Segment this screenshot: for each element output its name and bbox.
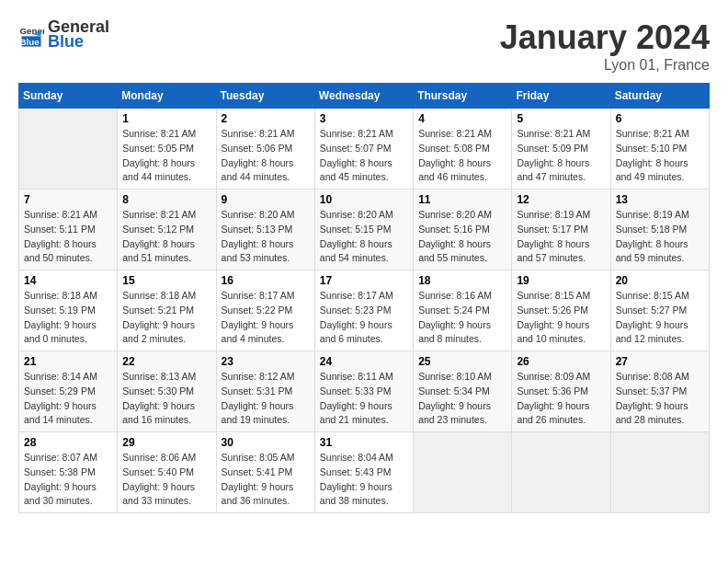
day-info: Sunrise: 8:13 AMSunset: 5:30 PMDaylight:… (122, 370, 210, 428)
day-number: 2 (222, 112, 310, 125)
logo: General Blue General Blue (18, 18, 109, 52)
day-info: Sunrise: 8:04 AMSunset: 5:43 PMDaylight:… (320, 451, 408, 509)
calendar-cell: 16Sunrise: 8:17 AMSunset: 5:22 PMDayligh… (216, 270, 314, 351)
day-number: 17 (320, 274, 408, 287)
calendar-cell: 28Sunrise: 8:07 AMSunset: 5:38 PMDayligh… (19, 432, 118, 513)
day-number: 31 (320, 436, 408, 449)
calendar-table: Sunday Monday Tuesday Wednesday Thursday… (18, 83, 710, 513)
col-tuesday: Tuesday (216, 84, 314, 109)
calendar-cell: 25Sunrise: 8:10 AMSunset: 5:34 PMDayligh… (414, 351, 512, 432)
day-info: Sunrise: 8:17 AMSunset: 5:23 PMDaylight:… (320, 289, 408, 347)
calendar-cell: 1Sunrise: 8:21 AMSunset: 5:05 PMDaylight… (118, 109, 216, 190)
logo-blue-text: Blue (48, 33, 109, 52)
day-info: Sunrise: 8:07 AMSunset: 5:38 PMDaylight:… (24, 451, 112, 509)
day-info: Sunrise: 8:21 AMSunset: 5:09 PMDaylight:… (517, 127, 605, 185)
day-number: 18 (418, 274, 506, 287)
day-number: 30 (222, 436, 310, 449)
day-number: 15 (122, 274, 210, 287)
day-number: 22 (122, 355, 210, 368)
day-number: 26 (517, 355, 605, 368)
day-info: Sunrise: 8:18 AMSunset: 5:19 PMDaylight:… (24, 289, 112, 347)
header-row: Sunday Monday Tuesday Wednesday Thursday… (19, 84, 710, 109)
day-number: 12 (517, 193, 605, 206)
day-info: Sunrise: 8:19 AMSunset: 5:18 PMDaylight:… (616, 208, 704, 266)
day-number: 9 (222, 193, 310, 206)
day-number: 20 (616, 274, 704, 287)
calendar-cell: 24Sunrise: 8:11 AMSunset: 5:33 PMDayligh… (314, 351, 413, 432)
day-info: Sunrise: 8:21 AMSunset: 5:10 PMDaylight:… (616, 127, 704, 185)
day-number: 19 (517, 274, 605, 287)
calendar-cell: 23Sunrise: 8:12 AMSunset: 5:31 PMDayligh… (216, 351, 314, 432)
day-info: Sunrise: 8:16 AMSunset: 5:24 PMDaylight:… (418, 289, 506, 347)
calendar-cell: 3Sunrise: 8:21 AMSunset: 5:07 PMDaylight… (314, 109, 413, 190)
day-info: Sunrise: 8:15 AMSunset: 5:26 PMDaylight:… (517, 289, 605, 347)
day-number: 3 (320, 112, 408, 125)
calendar-body: 1Sunrise: 8:21 AMSunset: 5:05 PMDaylight… (19, 109, 710, 513)
calendar-cell: 9Sunrise: 8:20 AMSunset: 5:13 PMDaylight… (216, 190, 314, 270)
calendar-cell: 19Sunrise: 8:15 AMSunset: 5:26 PMDayligh… (512, 270, 610, 351)
calendar-header: Sunday Monday Tuesday Wednesday Thursday… (19, 84, 710, 109)
day-number: 7 (24, 193, 112, 206)
calendar-cell: 27Sunrise: 8:08 AMSunset: 5:37 PMDayligh… (610, 351, 709, 432)
day-info: Sunrise: 8:15 AMSunset: 5:27 PMDaylight:… (616, 289, 704, 347)
calendar-cell (512, 432, 610, 513)
calendar-cell: 26Sunrise: 8:09 AMSunset: 5:36 PMDayligh… (512, 351, 610, 432)
day-info: Sunrise: 8:21 AMSunset: 5:07 PMDaylight:… (320, 127, 408, 185)
calendar-cell (610, 432, 709, 513)
calendar-week-5: 28Sunrise: 8:07 AMSunset: 5:38 PMDayligh… (19, 432, 710, 513)
day-number: 11 (418, 193, 506, 206)
calendar-cell (414, 432, 512, 513)
col-friday: Friday (512, 84, 610, 109)
day-info: Sunrise: 8:21 AMSunset: 5:05 PMDaylight:… (122, 127, 210, 185)
day-info: Sunrise: 8:19 AMSunset: 5:17 PMDaylight:… (517, 208, 605, 266)
day-info: Sunrise: 8:21 AMSunset: 5:06 PMDaylight:… (222, 127, 310, 185)
day-info: Sunrise: 8:14 AMSunset: 5:29 PMDaylight:… (24, 370, 112, 428)
col-saturday: Saturday (610, 84, 709, 109)
svg-text:Blue: Blue (19, 37, 40, 47)
page-header: General Blue General Blue January 2024 L… (18, 18, 710, 74)
calendar-week-4: 21Sunrise: 8:14 AMSunset: 5:29 PMDayligh… (19, 351, 710, 432)
day-info: Sunrise: 8:11 AMSunset: 5:33 PMDaylight:… (320, 370, 408, 428)
day-number: 27 (616, 355, 704, 368)
day-number: 24 (320, 355, 408, 368)
calendar-cell: 18Sunrise: 8:16 AMSunset: 5:24 PMDayligh… (414, 270, 512, 351)
calendar-cell: 10Sunrise: 8:20 AMSunset: 5:15 PMDayligh… (314, 190, 413, 270)
day-number: 13 (616, 193, 704, 206)
calendar-cell: 12Sunrise: 8:19 AMSunset: 5:17 PMDayligh… (512, 190, 610, 270)
calendar-week-2: 7Sunrise: 8:21 AMSunset: 5:11 PMDaylight… (19, 190, 710, 270)
calendar-cell: 4Sunrise: 8:21 AMSunset: 5:08 PMDaylight… (414, 109, 512, 190)
day-info: Sunrise: 8:10 AMSunset: 5:34 PMDaylight:… (418, 370, 506, 428)
calendar-cell: 14Sunrise: 8:18 AMSunset: 5:19 PMDayligh… (19, 270, 118, 351)
calendar-cell: 15Sunrise: 8:18 AMSunset: 5:21 PMDayligh… (118, 270, 216, 351)
calendar-week-1: 1Sunrise: 8:21 AMSunset: 5:05 PMDaylight… (19, 109, 710, 190)
col-sunday: Sunday (19, 84, 118, 109)
calendar-week-3: 14Sunrise: 8:18 AMSunset: 5:19 PMDayligh… (19, 270, 710, 351)
day-number: 25 (418, 355, 506, 368)
calendar-cell: 5Sunrise: 8:21 AMSunset: 5:09 PMDaylight… (512, 109, 610, 190)
col-wednesday: Wednesday (314, 84, 413, 109)
calendar-cell: 31Sunrise: 8:04 AMSunset: 5:43 PMDayligh… (314, 432, 413, 513)
calendar-cell: 21Sunrise: 8:14 AMSunset: 5:29 PMDayligh… (19, 351, 118, 432)
day-number: 10 (320, 193, 408, 206)
day-number: 5 (517, 112, 605, 125)
title-block: January 2024 Lyon 01, France (500, 18, 710, 74)
day-number: 14 (24, 274, 112, 287)
day-number: 6 (616, 112, 704, 125)
calendar-cell: 17Sunrise: 8:17 AMSunset: 5:23 PMDayligh… (314, 270, 413, 351)
day-number: 8 (122, 193, 210, 206)
calendar-cell: 20Sunrise: 8:15 AMSunset: 5:27 PMDayligh… (610, 270, 709, 351)
location-subtitle: Lyon 01, France (500, 57, 710, 74)
day-info: Sunrise: 8:20 AMSunset: 5:13 PMDaylight:… (222, 208, 310, 266)
day-info: Sunrise: 8:20 AMSunset: 5:16 PMDaylight:… (418, 208, 506, 266)
day-number: 28 (24, 436, 112, 449)
day-number: 1 (122, 112, 210, 125)
day-info: Sunrise: 8:21 AMSunset: 5:12 PMDaylight:… (122, 208, 210, 266)
day-number: 21 (24, 355, 112, 368)
calendar-cell: 7Sunrise: 8:21 AMSunset: 5:11 PMDaylight… (19, 190, 118, 270)
calendar-cell: 11Sunrise: 8:20 AMSunset: 5:16 PMDayligh… (414, 190, 512, 270)
day-number: 4 (418, 112, 506, 125)
day-info: Sunrise: 8:06 AMSunset: 5:40 PMDaylight:… (122, 451, 210, 509)
col-monday: Monday (118, 84, 216, 109)
calendar-cell: 30Sunrise: 8:05 AMSunset: 5:41 PMDayligh… (216, 432, 314, 513)
logo-icon: General Blue (18, 22, 44, 48)
